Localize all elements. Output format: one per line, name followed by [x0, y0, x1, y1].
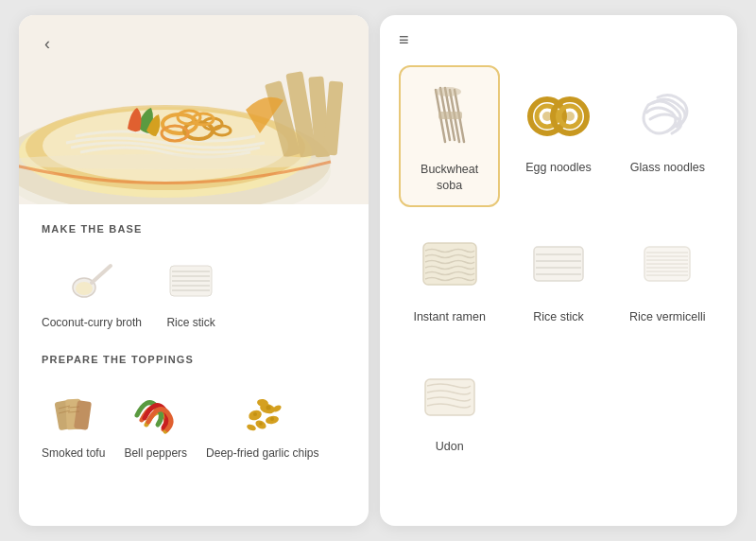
- smoked-tofu-item[interactable]: Smoked tofu: [42, 380, 105, 462]
- back-button[interactable]: ‹: [34, 30, 60, 57]
- noodle-egg-noodles-icon: [521, 77, 596, 152]
- noodle-buckwheat-soba[interactable]: Buckwheat soba: [399, 65, 500, 207]
- svg-point-56: [565, 112, 575, 121]
- noodle-udon-icon: [412, 356, 488, 431]
- svg-rect-49: [438, 112, 462, 119]
- smoked-tofu-label: Smoked tofu: [42, 446, 105, 462]
- left-panel: ‹: [19, 15, 369, 526]
- noodle-buckwheat-soba-icon: [412, 79, 488, 154]
- deep-fried-garlic-item[interactable]: Deep-fried garlic chips: [206, 380, 318, 462]
- right-panel: ≡ Buckwheat soba: [380, 15, 737, 526]
- coconut-curry-broth-item[interactable]: Coconut-curry broth: [42, 250, 142, 331]
- section-toppings-title: PREPARE THE TOPPINGS: [42, 354, 346, 365]
- deep-fried-garlic-label: Deep-fried garlic chips: [206, 446, 318, 462]
- svg-point-43: [270, 417, 274, 421]
- noodle-egg-noodles-label: Egg noodles: [525, 160, 592, 176]
- svg-point-50: [435, 87, 461, 96]
- noodle-rice-vermicelli-icon: [629, 226, 705, 302]
- svg-point-40: [253, 412, 257, 416]
- topping-items-grid: Smoked tofu: [42, 380, 346, 462]
- bowl-image-header: ‹: [19, 15, 369, 204]
- section-base-title: MAKE THE BASE: [42, 223, 346, 235]
- bell-peppers-label: Bell peppers: [124, 446, 187, 462]
- deep-fried-garlic-icon: [232, 380, 293, 441]
- svg-point-37: [246, 423, 256, 431]
- smoked-tofu-icon: [43, 380, 104, 441]
- noodle-selection-grid: Buckwheat soba Egg noodles Glass noodles: [380, 58, 737, 526]
- noodle-rice-stick[interactable]: Rice stick: [507, 215, 609, 337]
- left-content: MAKE THE BASE Coconut-curry broth: [19, 204, 369, 526]
- svg-point-19: [76, 282, 93, 295]
- svg-line-18: [92, 266, 111, 283]
- bowl-illustration: [19, 15, 369, 204]
- bell-peppers-icon: [126, 380, 186, 441]
- menu-icon[interactable]: ≡: [399, 30, 409, 50]
- coconut-curry-broth-icon: [61, 250, 122, 310]
- noodle-grid: Buckwheat soba Egg noodles Glass noodles: [399, 65, 718, 466]
- noodle-buckwheat-soba-label: Buckwheat soba: [408, 162, 490, 194]
- base-items-grid: Coconut-curry broth: [42, 250, 346, 331]
- noodle-glass-noodles[interactable]: Glass noodles: [617, 65, 718, 207]
- noodle-udon[interactable]: Udon: [399, 344, 500, 466]
- rice-stick-base-label: Rice stick: [166, 316, 215, 331]
- noodle-rice-vermicelli-label: Rice vermicelli: [629, 309, 706, 325]
- noodle-rice-stick-label: Rice stick: [533, 309, 583, 325]
- right-header: ≡: [380, 15, 737, 58]
- noodle-instant-ramen-icon: [412, 226, 488, 302]
- noodle-rice-vermicelli[interactable]: Rice vermicelli: [617, 215, 718, 337]
- svg-point-42: [259, 422, 263, 426]
- coconut-curry-broth-label: Coconut-curry broth: [42, 316, 142, 331]
- noodle-egg-noodles[interactable]: Egg noodles: [507, 65, 609, 207]
- svg-rect-58: [534, 247, 583, 281]
- noodle-instant-ramen-label: Instant ramen: [413, 309, 485, 325]
- noodle-rice-stick-icon: [521, 226, 596, 302]
- rice-stick-base-item[interactable]: Rice stick: [161, 250, 221, 331]
- rice-stick-base-icon: [161, 250, 221, 310]
- svg-point-41: [266, 405, 270, 410]
- bell-peppers-item[interactable]: Bell peppers: [124, 380, 187, 462]
- noodle-instant-ramen[interactable]: Instant ramen: [399, 215, 500, 337]
- noodle-glass-noodles-icon: [629, 77, 705, 152]
- noodle-glass-noodles-label: Glass noodles: [630, 160, 705, 176]
- noodle-udon-label: Udon: [436, 439, 464, 455]
